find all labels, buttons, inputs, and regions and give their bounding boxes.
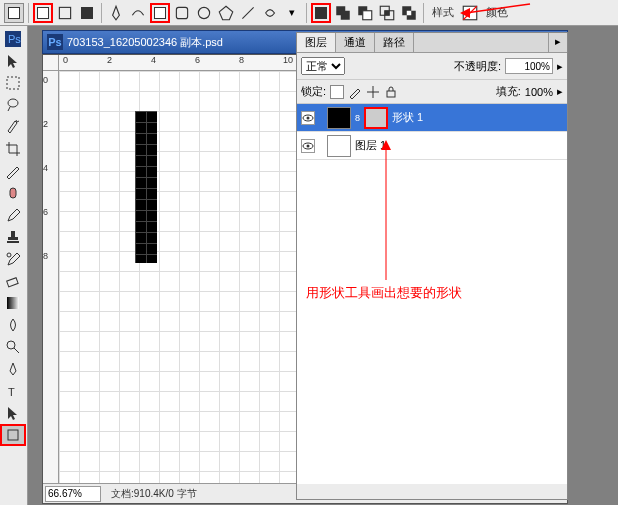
layer-options-row2: 锁定: 填充: 100% ▸ [297, 80, 567, 104]
layer-options-row1: 正常 不透明度: 100% ▸ [297, 53, 567, 80]
layer-row[interactable]: 8 形状 1 [297, 104, 567, 132]
svg-rect-6 [341, 10, 350, 19]
rounded-rect-shape[interactable] [172, 3, 192, 23]
layer-name[interactable]: 形状 1 [392, 110, 563, 125]
layer-name[interactable]: 图层 1 [355, 138, 563, 153]
ps-logo: Ps [0, 28, 26, 50]
lock-all-icon[interactable] [384, 85, 398, 99]
create-new-shape[interactable] [311, 3, 331, 23]
opacity-arrow[interactable]: ▸ [557, 60, 563, 73]
tools-panel: Ps T [0, 26, 28, 505]
svg-rect-29 [7, 297, 19, 309]
paths-mode[interactable] [55, 3, 75, 23]
doc-info: 文档:910.4K/0 字节 [103, 487, 205, 501]
marquee-tool[interactable] [0, 72, 26, 94]
svg-text:T: T [8, 386, 15, 398]
vector-mask-thumbnail[interactable] [364, 107, 388, 129]
intersect-shape[interactable] [377, 3, 397, 23]
fill-label: 填充: [496, 84, 521, 99]
svg-rect-28 [7, 278, 18, 287]
svg-point-22 [8, 99, 18, 107]
svg-rect-26 [7, 241, 19, 243]
lock-position-icon[interactable] [366, 85, 380, 99]
dodge-tool[interactable] [0, 336, 26, 358]
lasso-tool[interactable] [0, 94, 26, 116]
wand-tool[interactable] [0, 116, 26, 138]
svg-rect-33 [8, 430, 18, 440]
blur-tool[interactable] [0, 314, 26, 336]
blend-mode-select[interactable]: 正常 [301, 57, 345, 75]
zoom-field[interactable]: 66.67% [45, 486, 101, 502]
layer-row[interactable]: 图层 1 [297, 132, 567, 160]
svg-rect-11 [385, 10, 390, 15]
eraser-tool[interactable] [0, 270, 26, 292]
stamp-tool[interactable] [0, 226, 26, 248]
slice-tool[interactable] [0, 160, 26, 182]
type-tool[interactable]: T [0, 380, 26, 402]
lock-image-icon[interactable] [348, 85, 362, 99]
history-brush-tool[interactable] [0, 248, 26, 270]
exclude-shape[interactable] [399, 3, 419, 23]
healing-tool[interactable] [0, 182, 26, 204]
ellipse-shape[interactable] [194, 3, 214, 23]
rectangle-shape[interactable] [150, 3, 170, 23]
svg-rect-21 [7, 77, 19, 89]
shape-options[interactable]: ▾ [282, 3, 302, 23]
freeform-pen-icon[interactable] [128, 3, 148, 23]
svg-rect-14 [407, 10, 412, 15]
fill-pixels-mode[interactable] [77, 3, 97, 23]
svg-line-31 [14, 348, 19, 353]
line-shape[interactable] [238, 3, 258, 23]
rectangle-tool[interactable] [0, 424, 26, 446]
panel-menu[interactable]: ▸ [549, 33, 567, 52]
fill-arrow[interactable]: ▸ [557, 85, 563, 98]
svg-rect-8 [363, 10, 372, 19]
svg-rect-24 [11, 231, 15, 237]
tab-paths[interactable]: 路径 [375, 33, 414, 52]
svg-rect-1 [176, 7, 187, 18]
opacity-field[interactable]: 100% [505, 58, 553, 74]
layers-panel: 图层 通道 路径 ▸ 正常 不透明度: 100% ▸ 锁定: 填充: 100% … [296, 32, 568, 500]
svg-text:Ps: Ps [8, 33, 21, 45]
svg-line-4 [242, 7, 253, 18]
tool-preset[interactable] [4, 3, 24, 23]
svg-line-17 [466, 4, 530, 13]
options-bar: ▾ 样式 颜色 [0, 0, 618, 26]
svg-marker-3 [219, 6, 233, 20]
ruler-vertical[interactable]: 0 2 4 6 8 [43, 71, 59, 483]
subtract-shape[interactable] [355, 3, 375, 23]
svg-point-36 [307, 116, 310, 119]
layer-thumbnail[interactable] [327, 107, 351, 129]
annotation-text: 用形状工具画出想要的形状 [306, 284, 462, 302]
tab-layers[interactable]: 图层 [297, 33, 336, 52]
panel-tabs: 图层 通道 路径 ▸ [297, 33, 567, 53]
ps-doc-icon: Ps [47, 34, 63, 50]
svg-point-30 [7, 341, 15, 349]
brush-tool[interactable] [0, 204, 26, 226]
tab-channels[interactable]: 通道 [336, 33, 375, 52]
pen-tool[interactable] [0, 358, 26, 380]
fill-field[interactable]: 100% [525, 86, 553, 98]
path-select-tool[interactable] [0, 402, 26, 424]
svg-point-38 [307, 144, 310, 147]
lock-transparency[interactable] [330, 85, 344, 99]
move-tool[interactable] [0, 50, 26, 72]
lock-label: 锁定: [301, 84, 326, 99]
svg-point-27 [7, 253, 11, 257]
red-arrow-annotation [460, 0, 540, 26]
gradient-tool[interactable] [0, 292, 26, 314]
polygon-shape[interactable] [216, 3, 236, 23]
visibility-toggle[interactable] [301, 111, 315, 125]
svg-rect-34 [387, 91, 395, 97]
add-to-shape[interactable] [333, 3, 353, 23]
shape-layers-mode[interactable] [33, 3, 53, 23]
style-label: 样式 [428, 5, 458, 20]
svg-rect-0 [59, 7, 70, 18]
layer-thumbnail[interactable] [327, 135, 351, 157]
custom-shape[interactable] [260, 3, 280, 23]
visibility-toggle[interactable] [301, 139, 315, 153]
drawn-shape[interactable] [135, 111, 157, 263]
crop-tool[interactable] [0, 138, 26, 160]
svg-marker-18 [460, 8, 470, 18]
pen-icon[interactable] [106, 3, 126, 23]
